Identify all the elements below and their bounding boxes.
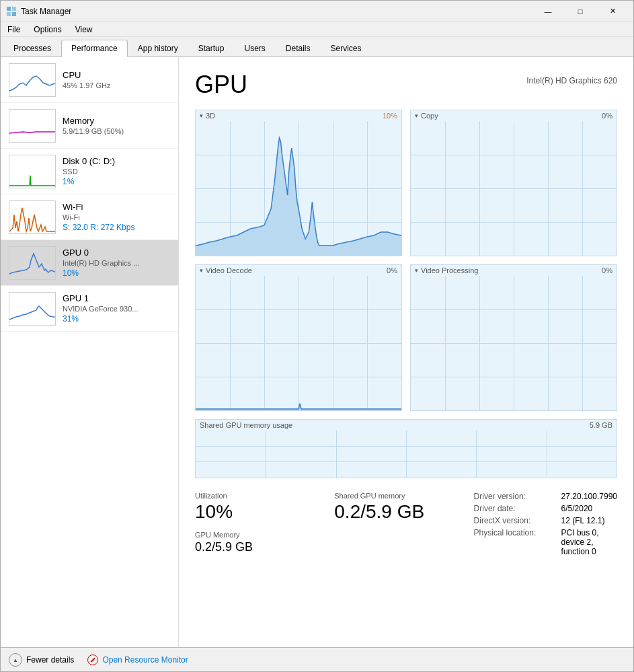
disk-pct: 1% — [63, 177, 170, 186]
utilization-label: Utilization — [195, 492, 334, 500]
fewer-details-icon — [9, 653, 22, 667]
gpu1-sub: NVIDIA GeForce 930... — [63, 305, 170, 313]
graph-videodecode-label-row: ▾ Video Decode 0% — [196, 265, 401, 276]
physical-location-val: PCI bus 0, device 2, function 0 — [561, 528, 617, 556]
main-content: CPU 45% 1.97 GHz Memory 5.9/11.9 GB (50%… — [1, 57, 633, 647]
svg-rect-4 — [9, 64, 56, 97]
detail-header: GPU Intel(R) HD Graphics 620 — [195, 71, 617, 99]
graph-videodecode-pct: 0% — [387, 266, 397, 274]
sidebar-item-disk[interactable]: Disk 0 (C: D:) SSD 1% — [1, 149, 178, 194]
sidebar-item-memory[interactable]: Memory 5.9/11.9 GB (50%) — [1, 103, 178, 149]
svg-rect-2 — [7, 12, 11, 16]
wifi-name: Wi-Fi — [63, 202, 170, 212]
svg-rect-5 — [9, 110, 56, 143]
info-driver-version: Driver version: 27.20.100.7990 — [474, 492, 617, 501]
graph-videoprocessing-chevron: ▾ — [415, 267, 418, 274]
utilization-col: Utilization 10% GPU Memory 0.2/5.9 GB — [195, 489, 334, 562]
directx-key: DirectX version: — [474, 516, 561, 525]
wifi-sub: Wi-Fi — [63, 213, 170, 221]
graph-copy-area — [411, 121, 617, 256]
task-manager-window: Task Manager — □ ✕ File Options View Pro… — [0, 0, 634, 672]
menu-view[interactable]: View — [69, 24, 100, 36]
window-controls: — □ ✕ — [532, 1, 628, 22]
tab-startup[interactable]: Startup — [188, 39, 235, 57]
graph-videodecode-label: Video Decode — [206, 266, 252, 274]
gpu-memory-group: GPU Memory 0.2/5.9 GB — [195, 531, 334, 554]
graph-copy-label-row: ▾ Copy 0% — [411, 110, 617, 121]
sidebar-item-wifi[interactable]: Wi-Fi Wi-Fi S: 32.0 R: 272 Kbps — [1, 194, 178, 240]
info-physical-location: Physical location: PCI bus 0, device 2, … — [474, 528, 617, 556]
tab-app-history[interactable]: App history — [128, 39, 188, 57]
graph-3d-label: 3D — [206, 112, 215, 120]
graph-videoprocessing: ▾ Video Processing 0% — [410, 264, 617, 411]
menu-options[interactable]: Options — [27, 24, 68, 36]
gpu0-pct: 10% — [63, 268, 170, 278]
gpu1-info: GPU 1 NVIDIA GeForce 930... 31% — [63, 293, 170, 324]
shared-gpu-label: Shared GPU memory — [334, 492, 473, 500]
app-icon — [6, 6, 17, 17]
graph-videodecode-chevron: ▾ — [200, 267, 203, 274]
window-title: Task Manager — [21, 7, 532, 16]
gpu-memory-value: 0.2/5.9 GB — [195, 540, 334, 554]
shared-memory-label-row: Shared GPU memory usage 5.9 GB — [196, 420, 617, 431]
graphs-grid: ▾ 3D 10% — [195, 110, 617, 411]
cpu-thumb — [9, 63, 56, 97]
gpu0-name: GPU 0 — [63, 248, 170, 258]
graph-copy: ▾ Copy 0% — [410, 110, 617, 256]
disk-info: Disk 0 (C: D:) SSD 1% — [63, 156, 170, 186]
graph-3d-area — [196, 121, 401, 256]
sidebar-item-gpu1[interactable]: GPU 1 NVIDIA GeForce 930... 31% — [1, 286, 178, 332]
driver-version-key: Driver version: — [474, 492, 561, 501]
footer: Fewer details Open Resource Monitor — [1, 647, 633, 671]
shared-gpu-value: 0.2/5.9 GB — [334, 501, 473, 523]
info-col: Driver version: 27.20.100.7990 Driver da… — [474, 489, 617, 562]
disk-name: Disk 0 (C: D:) — [63, 156, 170, 166]
memory-sub: 5.9/11.9 GB (50%) — [63, 127, 170, 135]
gpu-subtitle: Intel(R) HD Graphics 620 — [526, 76, 617, 85]
driver-date-val: 6/5/2020 — [561, 504, 593, 513]
menu-file[interactable]: File — [1, 24, 27, 36]
memory-thumb — [9, 109, 56, 143]
cpu-name: CPU — [63, 70, 170, 80]
wifi-pct: S: 32.0 R: 272 Kbps — [63, 223, 170, 232]
tab-users[interactable]: Users — [234, 39, 275, 57]
resource-monitor-icon — [87, 655, 98, 665]
close-button[interactable]: ✕ — [597, 1, 628, 22]
svg-rect-0 — [7, 7, 11, 11]
title-bar: Task Manager — □ ✕ — [1, 1, 633, 22]
graph-videoprocessing-pct: 0% — [602, 266, 612, 274]
info-driver-date: Driver date: 6/5/2020 — [474, 504, 617, 513]
sidebar-item-cpu[interactable]: CPU 45% 1.97 GHz — [1, 57, 178, 103]
fewer-details-button[interactable]: Fewer details — [9, 653, 74, 667]
tabs-bar: Processes Performance App history Startu… — [1, 37, 633, 57]
driver-date-key: Driver date: — [474, 504, 561, 513]
gpu1-pct: 31% — [63, 314, 170, 324]
wifi-thumb — [9, 200, 56, 234]
tab-processes[interactable]: Processes — [3, 39, 61, 57]
tab-details[interactable]: Details — [276, 39, 321, 57]
fewer-details-label: Fewer details — [26, 655, 74, 665]
open-resource-monitor-link[interactable]: Open Resource Monitor — [87, 655, 188, 665]
minimize-button[interactable]: — — [532, 1, 563, 22]
tab-services[interactable]: Services — [321, 39, 372, 57]
disk-sub: SSD — [63, 167, 170, 176]
tab-performance[interactable]: Performance — [61, 40, 128, 57]
shared-gpu-col: Shared GPU memory 0.2/5.9 GB — [334, 489, 473, 562]
svg-rect-8 — [9, 247, 56, 280]
graph-3d-label-row: ▾ 3D 10% — [196, 110, 401, 121]
graph-videoprocessing-label: Video Processing — [421, 266, 478, 274]
svg-rect-6 — [9, 155, 56, 188]
graph-3d-chevron: ▾ — [200, 112, 203, 119]
shared-memory-label: Shared GPU memory usage — [200, 421, 292, 429]
sidebar-item-gpu0[interactable]: GPU 0 Intel(R) HD Graphics ... 10% — [1, 240, 178, 286]
graph-videoprocessing-area — [411, 276, 617, 410]
info-directx: DirectX version: 12 (FL 12.1) — [474, 516, 617, 525]
cpu-info: CPU 45% 1.97 GHz — [63, 70, 170, 89]
gpu1-thumb — [9, 292, 56, 326]
maximize-button[interactable]: □ — [565, 1, 596, 22]
svg-rect-3 — [12, 12, 16, 16]
svg-rect-7 — [9, 201, 56, 234]
graph-videodecode: ▾ Video Decode 0% — [195, 264, 402, 411]
wifi-info: Wi-Fi Wi-Fi S: 32.0 R: 272 Kbps — [63, 202, 170, 232]
sidebar: CPU 45% 1.97 GHz Memory 5.9/11.9 GB (50%… — [1, 57, 179, 647]
